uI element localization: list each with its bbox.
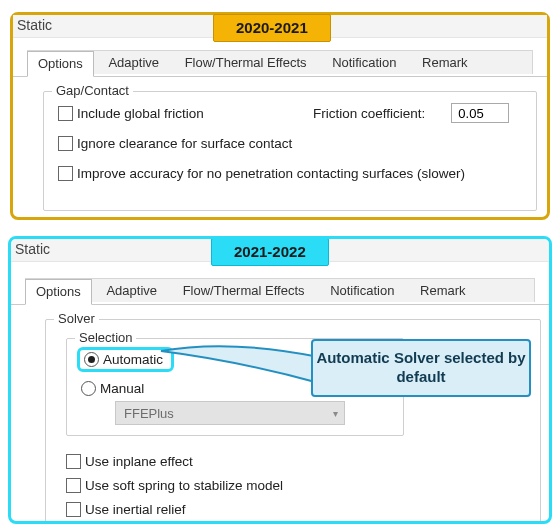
tab-flow-thermal[interactable]: Flow/Thermal Effects <box>172 278 316 303</box>
radio-manual[interactable] <box>81 381 96 396</box>
callout-automatic-solver: Automatic Solver selected by default <box>311 339 531 397</box>
chk-inertial-relief-label: Use inertial relief <box>85 502 186 517</box>
tab-notification[interactable]: Notification <box>319 278 405 303</box>
panel1-tab-strip: Options Adaptive Flow/Thermal Effects No… <box>13 50 547 77</box>
friction-coef-label: Friction coefficient: <box>313 106 425 121</box>
radio-automatic-label: Automatic <box>103 352 163 367</box>
callout-tail-icon <box>159 339 329 399</box>
group-solver-label: Solver <box>54 311 99 326</box>
chk-inplane-effect-label: Use inplane effect <box>85 454 193 469</box>
radio-automatic[interactable] <box>84 352 99 367</box>
tab-remark[interactable]: Remark <box>409 278 477 303</box>
chk-global-friction[interactable] <box>58 106 73 121</box>
chk-ignore-clearance[interactable] <box>58 136 73 151</box>
panel-2020-2021: Static 2020-2021 Options Adaptive Flow/T… <box>10 12 550 220</box>
friction-coef-input[interactable] <box>451 103 509 123</box>
tab-notification[interactable]: Notification <box>321 50 407 75</box>
chk-soft-spring-label: Use soft spring to stabilize model <box>85 478 283 493</box>
group-gap-contact-label: Gap/Contact <box>52 83 133 98</box>
chk-improve-accuracy[interactable] <box>58 166 73 181</box>
tab-options[interactable]: Options <box>27 51 94 77</box>
chk-improve-accuracy-label: Improve accuracy for no penetration cont… <box>77 166 465 181</box>
panel1-title: Static <box>17 17 52 33</box>
panel2-title: Static <box>15 241 50 257</box>
panel-2021-2022: Static 2021-2022 Options Adaptive Flow/T… <box>8 236 552 524</box>
panel2-title-bar: Static 2021-2022 <box>11 239 549 262</box>
chk-inplane-effect[interactable] <box>66 454 81 469</box>
chk-ignore-clearance-label: Ignore clearance for surface contact <box>77 136 292 151</box>
chk-global-friction-label: Include global friction <box>77 106 287 121</box>
chk-inertial-relief[interactable] <box>66 502 81 517</box>
solver-dropdown[interactable]: FFEPlus ▾ <box>115 401 345 425</box>
group-selection-label: Selection <box>75 330 136 345</box>
tab-adaptive[interactable]: Adaptive <box>95 278 168 303</box>
radio-manual-label: Manual <box>100 381 144 396</box>
tab-adaptive[interactable]: Adaptive <box>97 50 170 75</box>
panel1-title-bar: Static 2020-2021 <box>13 15 547 38</box>
callout-text: Automatic Solver selected by default <box>313 349 529 387</box>
chevron-down-icon: ▾ <box>326 408 344 419</box>
tab-flow-thermal[interactable]: Flow/Thermal Effects <box>174 50 318 75</box>
year-badge-2020: 2020-2021 <box>213 14 331 42</box>
tab-remark[interactable]: Remark <box>411 50 479 75</box>
tab-options[interactable]: Options <box>25 279 92 305</box>
chk-soft-spring[interactable] <box>66 478 81 493</box>
group-gap-contact: Gap/Contact Include global friction Fric… <box>43 91 537 211</box>
year-badge-2021: 2021-2022 <box>211 238 329 266</box>
panel2-tab-strip: Options Adaptive Flow/Thermal Effects No… <box>11 278 549 305</box>
solver-dropdown-value: FFEPlus <box>124 406 174 421</box>
